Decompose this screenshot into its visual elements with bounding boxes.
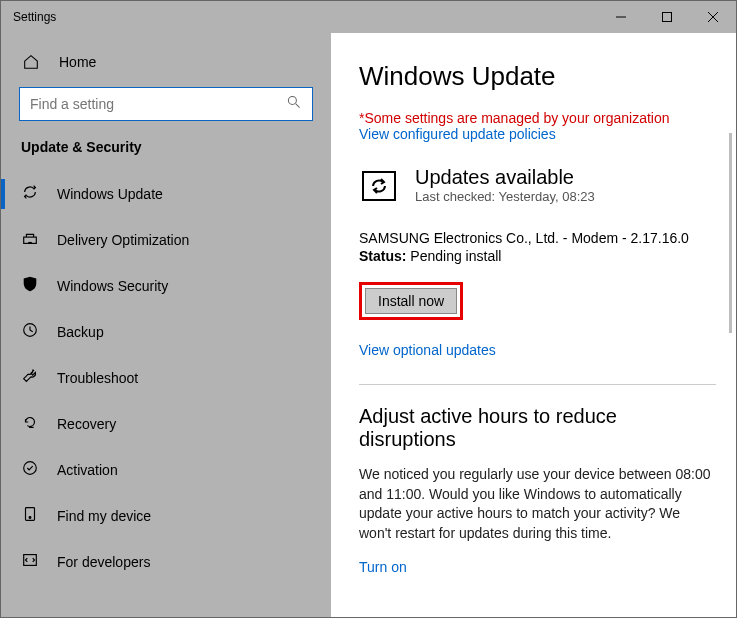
sidebar-item-label: Activation (57, 462, 118, 478)
managed-warning: *Some settings are managed by your organ… (359, 110, 716, 126)
turn-on-link[interactable]: Turn on (359, 559, 716, 575)
update-item-name: SAMSUNG Electronics Co., Ltd. - Modem - … (359, 230, 716, 246)
svg-line-5 (296, 104, 300, 108)
svg-point-4 (288, 96, 296, 104)
wrench-icon (21, 367, 39, 389)
sidebar-item-backup[interactable]: Backup (1, 309, 331, 355)
close-button[interactable] (690, 1, 736, 33)
maximize-button[interactable] (644, 1, 690, 33)
sidebar-item-activation[interactable]: Activation (1, 447, 331, 493)
home-nav[interactable]: Home (1, 41, 331, 83)
developers-icon (21, 551, 39, 573)
sync-icon (21, 183, 39, 205)
home-label: Home (59, 54, 96, 70)
sidebar-item-label: Windows Update (57, 186, 163, 202)
status-label: Status: (359, 248, 406, 264)
last-checked-text: Last checked: Yesterday, 08:23 (415, 189, 595, 204)
main-panel: Windows Update *Some settings are manage… (331, 33, 736, 617)
sidebar-item-windows-update[interactable]: Windows Update (1, 171, 331, 217)
recovery-icon (21, 413, 39, 435)
search-input-wrap[interactable] (19, 87, 313, 121)
divider (359, 384, 716, 385)
home-icon (21, 52, 41, 72)
install-highlight: Install now (359, 282, 463, 320)
find-device-icon (21, 505, 39, 527)
sidebar-item-label: Troubleshoot (57, 370, 138, 386)
delivery-icon (21, 229, 39, 251)
view-optional-updates-link[interactable]: View optional updates (359, 342, 716, 358)
svg-point-8 (24, 462, 37, 475)
active-hours-heading: Adjust active hours to reduce disruption… (359, 405, 716, 451)
sidebar-item-windows-security[interactable]: Windows Security (1, 263, 331, 309)
section-heading: Update & Security (1, 139, 331, 171)
sidebar-item-label: Delivery Optimization (57, 232, 189, 248)
sidebar-item-troubleshoot[interactable]: Troubleshoot (1, 355, 331, 401)
sidebar-item-label: Windows Security (57, 278, 168, 294)
sidebar-item-label: Find my device (57, 508, 151, 524)
search-icon (286, 94, 302, 114)
sidebar: Home Update & Security Windows Update De… (1, 33, 331, 617)
shield-icon (21, 275, 39, 297)
sidebar-item-label: For developers (57, 554, 150, 570)
minimize-button[interactable] (598, 1, 644, 33)
sidebar-item-label: Backup (57, 324, 104, 340)
search-input[interactable] (30, 96, 286, 112)
active-hours-body: We noticed you regularly use your device… (359, 465, 714, 543)
svg-point-10 (29, 517, 31, 519)
updates-available-icon (359, 166, 399, 206)
install-now-button[interactable]: Install now (365, 288, 457, 314)
page-title: Windows Update (359, 61, 716, 92)
sidebar-item-recovery[interactable]: Recovery (1, 401, 331, 447)
sidebar-item-for-developers[interactable]: For developers (1, 539, 331, 585)
view-policies-link[interactable]: View configured update policies (359, 126, 716, 142)
scrollbar[interactable] (729, 133, 732, 333)
sidebar-item-find-my-device[interactable]: Find my device (1, 493, 331, 539)
backup-icon (21, 321, 39, 343)
activation-icon (21, 459, 39, 481)
updates-available-heading: Updates available (415, 166, 595, 189)
svg-rect-1 (663, 13, 672, 22)
update-status: Status: Pending install (359, 248, 716, 264)
svg-rect-12 (363, 172, 395, 200)
sidebar-item-label: Recovery (57, 416, 116, 432)
status-value: Pending install (406, 248, 501, 264)
window-title: Settings (13, 10, 56, 24)
sidebar-item-delivery-optimization[interactable]: Delivery Optimization (1, 217, 331, 263)
